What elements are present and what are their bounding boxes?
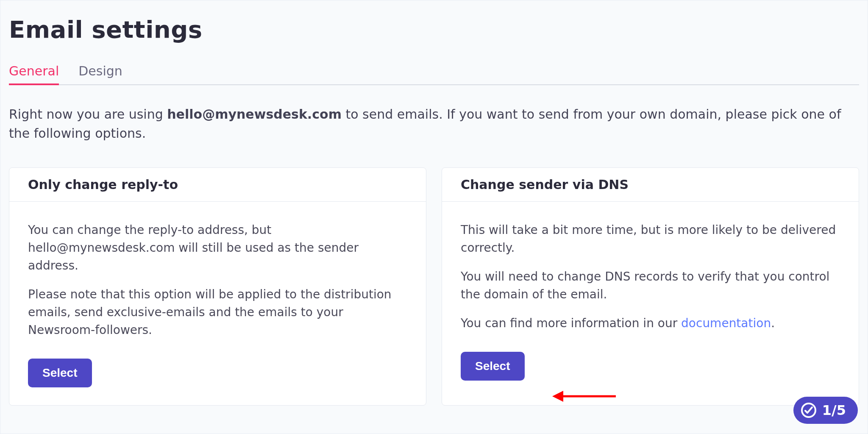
documentation-link[interactable]: documentation: [681, 316, 771, 330]
tab-design[interactable]: Design: [78, 64, 122, 85]
page-title: Email settings: [9, 16, 859, 43]
card-header: Only change reply-to: [9, 168, 426, 202]
card-reply-to-p1: You can change the reply-to address, but…: [28, 221, 407, 275]
card-dns-p3-suffix: .: [771, 316, 775, 330]
card-dns-p3: You can find more information in our doc…: [461, 314, 840, 332]
card-reply-to-p2: Please note that this option will be app…: [28, 286, 407, 339]
intro-email: hello@mynewsdesk.com: [167, 107, 342, 122]
progress-pill[interactable]: 1/5: [793, 397, 858, 424]
tabs: General Design: [9, 63, 859, 85]
progress-label: 1/5: [822, 402, 846, 418]
email-settings-page: Email settings General Design Right now …: [0, 0, 868, 406]
card-dns-p2: You will need to change DNS records to v…: [461, 268, 840, 303]
tab-general[interactable]: General: [9, 64, 59, 85]
card-body: You can change the reply-to address, but…: [9, 202, 426, 405]
card-dns-p1: This will take a bit more time, but is m…: [461, 221, 840, 257]
select-dns-button[interactable]: Select: [461, 352, 525, 381]
intro-text: Right now you are using hello@mynewsdesk…: [9, 105, 857, 143]
card-dns-p3-prefix: You can find more information in our: [461, 316, 681, 330]
card-title-dns: Change sender via DNS: [461, 177, 840, 192]
select-reply-to-button[interactable]: Select: [28, 359, 92, 387]
card-dns: Change sender via DNS This will take a b…: [442, 167, 859, 406]
card-reply-to: Only change reply-to You can change the …: [9, 167, 426, 406]
intro-prefix: Right now you are using: [9, 107, 167, 122]
card-body: This will take a bit more time, but is m…: [442, 202, 859, 398]
card-title-reply-to: Only change reply-to: [28, 177, 407, 192]
card-header: Change sender via DNS: [442, 168, 859, 202]
check-progress-icon: [800, 402, 817, 419]
option-cards: Only change reply-to You can change the …: [9, 167, 859, 406]
